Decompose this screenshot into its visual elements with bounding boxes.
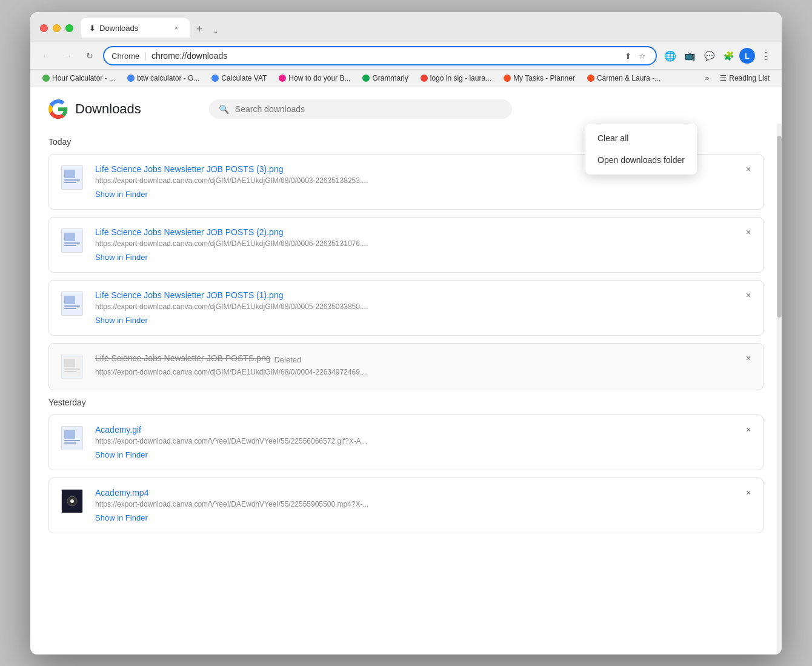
svg-point-22	[70, 499, 74, 503]
maximize-window-button[interactable]	[65, 24, 73, 32]
bookmark-hour-calculator[interactable]: Hour Calculator - ...	[38, 72, 120, 84]
bookmark-btw[interactable]: btw calculator - G...	[122, 72, 204, 84]
svg-rect-14	[64, 368, 80, 370]
show-in-finder-6[interactable]: Show in Finder	[95, 513, 148, 522]
download-info-2: Life Science Jobs Newsletter JOB POSTS (…	[95, 227, 753, 262]
show-in-finder-5[interactable]: Show in Finder	[95, 450, 148, 459]
deleted-badge: Deleted	[274, 355, 301, 364]
page-title: Downloads	[75, 101, 141, 117]
svg-rect-10	[64, 305, 80, 307]
file-url-4: https://export-download.canva.com/djGIM/…	[95, 368, 459, 376]
new-tab-button[interactable]: +	[191, 21, 208, 38]
extension-icon-3[interactable]: 💬	[701, 47, 717, 64]
nav-right-icons: 🌐 📺 💬 🧩 L ⋮	[662, 47, 774, 64]
tab-close-button[interactable]: ×	[171, 23, 181, 33]
bookmark-label-3: Calculate VAT	[221, 74, 267, 82]
bookmark-label-1: Hour Calculator - ...	[52, 74, 115, 82]
tab-title: Downloads	[99, 24, 168, 33]
file-name-2[interactable]: Life Science Jobs Newsletter JOB POSTS (…	[95, 227, 753, 237]
close-window-button[interactable]	[40, 24, 48, 32]
svg-rect-18	[64, 440, 80, 441]
tab-menu-button[interactable]: ⌄	[210, 24, 221, 38]
minimize-window-button[interactable]	[53, 24, 61, 32]
remove-download-1[interactable]: ×	[741, 162, 756, 176]
download-item-2: Life Science Jobs Newsletter JOB POSTS (…	[48, 217, 764, 273]
bookmark-label-2: btw calculator - G...	[137, 74, 199, 82]
bookmarks-bar: Hour Calculator - ... btw calculator - G…	[30, 70, 782, 87]
remove-download-5[interactable]: ×	[741, 422, 756, 437]
bookmark-label-5: Grammarly	[372, 74, 408, 82]
file-name-5[interactable]: Academy.gif	[95, 425, 753, 435]
remove-download-3[interactable]: ×	[741, 288, 756, 302]
reading-list-button[interactable]: ☰ Reading List	[715, 72, 774, 84]
download-info-3: Life Science Jobs Newsletter JOB POSTS (…	[95, 290, 753, 325]
window-controls	[40, 24, 73, 32]
svg-rect-5	[64, 233, 75, 241]
address-bar[interactable]: Chrome | chrome://downloads ⬆ ☆	[103, 46, 657, 65]
extensions-button[interactable]: 🧩	[720, 47, 737, 64]
download-info-4: Life Science Jobs Newsletter JOB POSTS.p…	[95, 353, 753, 380]
bookmark-icon[interactable]: ☆	[636, 50, 648, 62]
show-in-finder-1[interactable]: Show in Finder	[95, 190, 148, 199]
bookmarks-more-button[interactable]: »	[702, 72, 713, 84]
svg-rect-11	[64, 308, 76, 309]
bookmark-how-to[interactable]: How to do your B...	[274, 72, 355, 84]
context-menu: Clear all Open downloads folder	[585, 124, 697, 175]
bookmark-favicon-3	[211, 75, 219, 82]
scroll-track	[777, 124, 782, 654]
bookmark-favicon-8	[587, 75, 594, 82]
file-url-6: https://export-download.canva.com/VYeeI/…	[95, 500, 459, 508]
chrome-menu-button[interactable]: ⋮	[757, 47, 774, 64]
remove-download-6[interactable]: ×	[741, 485, 756, 500]
page-content: Downloads 🔍 Clear all Open downloads fol…	[30, 87, 782, 654]
bookmark-favicon-5	[362, 75, 370, 82]
svg-rect-9	[64, 296, 75, 304]
share-icon[interactable]: ⬆	[622, 50, 634, 62]
svg-rect-15	[64, 371, 76, 372]
bookmark-favicon-4	[279, 75, 286, 82]
bookmark-favicon-2	[127, 75, 135, 82]
forward-button[interactable]: →	[59, 47, 76, 64]
clear-all-button[interactable]: Clear all	[585, 127, 697, 149]
show-in-finder-3[interactable]: Show in Finder	[95, 316, 148, 325]
back-button[interactable]: ←	[38, 47, 55, 64]
google-logo	[48, 99, 68, 119]
file-name-3[interactable]: Life Science Jobs Newsletter JOB POSTS (…	[95, 290, 753, 300]
remove-download-2[interactable]: ×	[741, 225, 756, 239]
file-url-2: https://export-download.canva.com/djGIM/…	[95, 239, 459, 248]
search-input[interactable]	[235, 104, 502, 114]
svg-rect-3	[64, 182, 76, 183]
file-icon-3	[59, 290, 85, 317]
profile-avatar[interactable]: L	[739, 48, 755, 64]
browser-window: ⬇ Downloads × + ⌄ ← → ↻ Chrome | chrome:…	[30, 12, 782, 654]
download-info-5: Academy.gif https://export-download.canv…	[95, 425, 753, 460]
tabs-row: ⬇ Downloads × + ⌄	[81, 18, 221, 38]
remove-download-4[interactable]: ×	[741, 351, 756, 365]
bookmark-carmen[interactable]: Carmen & Laura -...	[582, 72, 665, 84]
open-downloads-folder-button[interactable]: Open downloads folder	[585, 149, 697, 171]
extension-icon-2[interactable]: 📺	[681, 47, 698, 64]
search-bar[interactable]: 🔍	[209, 99, 512, 119]
show-in-finder-2[interactable]: Show in Finder	[95, 253, 148, 262]
download-tab-icon: ⬇	[89, 24, 96, 33]
download-item-6: Academy.mp4 https://export-download.canv…	[48, 478, 764, 533]
extension-icon-1[interactable]: 🌐	[662, 47, 679, 64]
bookmark-logo[interactable]: logo in sig - laura...	[416, 72, 496, 84]
bookmark-label-7: My Tasks - Planner	[513, 74, 575, 82]
chrome-label: Chrome	[111, 52, 139, 61]
downloads-list: Today Life Science Jobs Newsletter JOB P	[30, 131, 782, 654]
refresh-button[interactable]: ↻	[81, 47, 98, 64]
bookmark-grammarly[interactable]: Grammarly	[358, 72, 413, 84]
bookmark-favicon-1	[42, 75, 50, 82]
bookmark-tasks[interactable]: My Tasks - Planner	[499, 72, 580, 84]
download-item-3: Life Science Jobs Newsletter JOB POSTS (…	[48, 280, 764, 336]
file-icon-5	[59, 425, 85, 451]
file-thumbnail-5	[61, 426, 83, 450]
svg-rect-13	[64, 359, 75, 367]
yesterday-section-title: Yesterday	[48, 398, 764, 407]
file-name-6[interactable]: Academy.mp4	[95, 488, 753, 498]
scroll-thumb[interactable]	[777, 136, 782, 318]
active-tab[interactable]: ⬇ Downloads ×	[81, 18, 190, 38]
file-url-1: https://export-download.canva.com/djGIM/…	[95, 176, 459, 185]
bookmark-vat[interactable]: Calculate VAT	[207, 72, 271, 84]
